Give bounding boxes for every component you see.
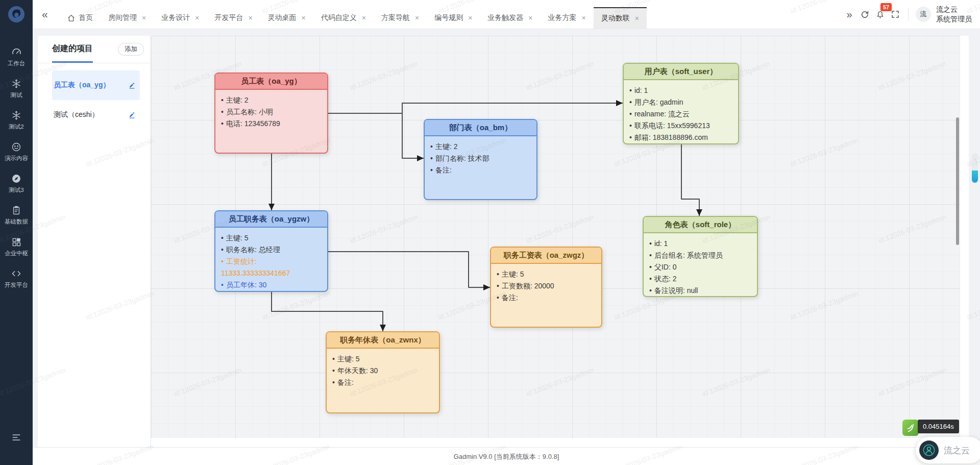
performance-leaf-icon[interactable]: [902, 420, 919, 436]
close-icon[interactable]: ×: [195, 15, 199, 21]
tab-房间管理[interactable]: 房间管理×: [101, 7, 154, 29]
sidebar-item-基础数据[interactable]: 基础数据: [0, 199, 33, 231]
arrowhead-icon: [417, 155, 424, 161]
topbar: « 首页房间管理×业务设计×开发平台×灵动桌面×代码自定义×方案导航×编号规则×…: [33, 0, 980, 29]
tab-业务触发器[interactable]: 业务触发器×: [480, 7, 540, 29]
canvas-vertical-scrollbar[interactable]: [956, 117, 959, 245]
entity-field: •后台组名: 系统管理员: [649, 250, 751, 261]
connection-oa_ygzw-oa_zwgz: [328, 252, 490, 287]
page-scrollbar-pill[interactable]: [972, 153, 978, 183]
entity-field: •备注:: [430, 164, 531, 176]
arrowhead-icon: [268, 204, 275, 210]
sidebar-item-label: 基础数据: [5, 218, 28, 226]
entity-fields: •id: 1•用户名: gadmin•realname: 流之云•联系电话: 1…: [624, 80, 738, 143]
collapse-tabs-icon[interactable]: «: [42, 8, 48, 20]
entity-field: •id: 1: [629, 85, 732, 96]
app-logo-icon[interactable]: [0, 0, 33, 29]
entity-fields: •主键: 5•工资数额: 20000•备注:: [491, 264, 601, 327]
arrowhead-icon: [380, 325, 386, 331]
sidebar-item-label: 企业中枢: [5, 250, 28, 257]
tab-开发平台[interactable]: 开发平台×: [207, 7, 260, 29]
sidebar-item-工作台[interactable]: 工作台: [0, 41, 33, 72]
tab-灵动桌面[interactable]: 灵动桌面×: [260, 7, 313, 29]
clipboard-icon: [11, 205, 21, 216]
close-icon[interactable]: ×: [302, 15, 306, 21]
tab-首页[interactable]: 首页: [59, 7, 101, 29]
chip-user-name: 流之云: [944, 445, 970, 456]
user-avatar[interactable]: 流: [916, 7, 931, 22]
close-icon[interactable]: ×: [635, 15, 639, 21]
arrowhead-icon: [696, 209, 702, 216]
notification-bell-icon[interactable]: 57: [872, 7, 888, 22]
tab-业务方案[interactable]: 业务方案×: [541, 7, 594, 29]
close-icon[interactable]: ×: [415, 15, 419, 21]
entity-field: •员工年休: 30: [221, 279, 322, 291]
close-icon[interactable]: ×: [362, 15, 366, 21]
tab-编号规则[interactable]: 编号规则×: [427, 7, 480, 29]
tab-代码自定义[interactable]: 代码自定义×: [313, 7, 374, 29]
tab-label: 编号规则: [434, 13, 463, 22]
tab-业务设计[interactable]: 业务设计×: [154, 7, 207, 29]
entity-oa_ygzw[interactable]: 员工职务表（oa_ygzw）•主键: 5•职务名称: 总经理•工资统计:1133…: [214, 210, 328, 292]
entity-field: •备注说明: null: [649, 285, 751, 297]
entity-oa_zwnx[interactable]: 职务年休表（oa_zwnx）•主键: 5•年休天数: 30•备注:: [326, 331, 440, 413]
connection-oa_ygzw-oa_zwnx: [272, 292, 383, 331]
user-menu[interactable]: 流之云 系统管理员: [936, 5, 972, 24]
sidebar-item-label: 测试2: [9, 123, 23, 131]
entity-title: 角色表（soft_role）: [644, 217, 757, 233]
diagram-canvas[interactable]: 0.045164s 员工表（oa_yg）•主键: 2•员工名称: 小明•电话: …: [151, 36, 960, 438]
close-icon[interactable]: ×: [142, 15, 146, 21]
project-panel: 创建的项目 添加 员工表（oa_yg）测试（ceshi）: [38, 36, 150, 447]
sidebar-item-企业中枢[interactable]: 企业中枢: [0, 231, 33, 262]
floating-user-chip[interactable]: 流之云: [916, 437, 980, 463]
sidebar: 工作台测试测试2演示内容测试3基础数据企业中枢开发平台: [0, 0, 33, 465]
entity-field: •备注:: [332, 377, 433, 388]
entity-fields: •主键: 2•部门名称: 技术部•备注:: [425, 136, 536, 199]
close-icon[interactable]: ×: [248, 15, 252, 21]
entity-field: •主键: 5: [221, 232, 322, 244]
entity-soft_role[interactable]: 角色表（soft_role）•id: 1•后台组名: 系统管理员•父ID: 0•…: [643, 216, 758, 297]
add-project-button[interactable]: 添加: [118, 43, 144, 56]
refresh-icon[interactable]: [857, 7, 872, 22]
more-tabs-icon[interactable]: »: [842, 7, 857, 22]
entity-fields: •主键: 5•职务名称: 总经理•工资统计:11333.333333341667…: [215, 228, 327, 291]
entity-field: •电话: 123456789: [221, 118, 322, 130]
sidebar-fold-icon[interactable]: [0, 432, 33, 443]
tab-label: 业务方案: [548, 13, 577, 22]
entity-field: •部门名称: 技术部: [430, 153, 531, 164]
entity-oa_zwgz[interactable]: 职务工资表（oa_zwgz）•主键: 5•工资数额: 20000•备注:: [490, 247, 602, 328]
snowflake-icon: [11, 78, 21, 89]
sidebar-menu: 工作台测试测试2演示内容测试3基础数据企业中枢开发平台: [0, 41, 33, 294]
project-list-item[interactable]: 员工表（oa_yg）: [52, 70, 140, 100]
topbar-divider: [908, 8, 909, 21]
chip-avatar-icon: [919, 440, 939, 460]
gauge-icon: [11, 46, 22, 58]
entity-field: •主键: 5: [497, 268, 596, 280]
sidebar-item-测试[interactable]: 测试: [0, 72, 33, 104]
entity-field: •父ID: 0: [649, 261, 751, 273]
close-icon[interactable]: ×: [528, 15, 532, 21]
edit-icon[interactable]: [128, 111, 136, 119]
sidebar-item-开发平台[interactable]: 开发平台: [0, 262, 33, 294]
entity-field: •职务名称: 总经理: [221, 244, 322, 256]
code-icon: [11, 268, 22, 279]
close-icon[interactable]: ×: [582, 15, 586, 21]
sidebar-item-测试2[interactable]: 测试2: [0, 104, 33, 136]
close-icon[interactable]: ×: [468, 15, 472, 21]
project-list-item[interactable]: 测试（ceshi）: [52, 100, 140, 130]
smiley-icon: [11, 141, 21, 153]
user-name: 流之云: [936, 5, 972, 14]
tab-灵动数联[interactable]: 灵动数联×: [594, 7, 647, 29]
sidebar-item-演示内容[interactable]: 演示内容: [0, 136, 33, 167]
entity-field: •工资统计:: [221, 256, 322, 267]
sidebar-item-测试3[interactable]: 测试3: [0, 167, 33, 199]
arrowhead-icon: [483, 284, 490, 290]
entity-oa_yg[interactable]: 员工表（oa_yg）•主键: 2•员工名称: 小明•电话: 123456789: [214, 72, 328, 154]
connection-soft_user-soft_role: [681, 144, 699, 216]
edit-icon[interactable]: [128, 82, 136, 89]
entity-field: •备注:: [497, 292, 596, 304]
entity-soft_user[interactable]: 用户表（soft_user）•id: 1•用户名: gadmin•realnam…: [623, 63, 739, 144]
tab-方案导航[interactable]: 方案导航×: [374, 7, 427, 29]
entity-oa_bm[interactable]: 部门表（oa_bm）•主键: 2•部门名称: 技术部•备注:: [424, 119, 537, 200]
tab-label: 代码自定义: [321, 13, 357, 22]
